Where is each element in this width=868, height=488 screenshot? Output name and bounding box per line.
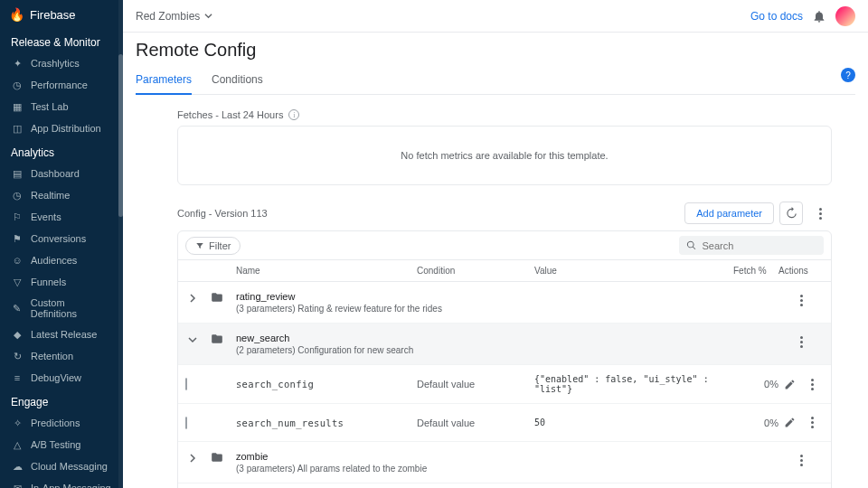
nav-icon: ◆: [11, 328, 24, 341]
group-row[interactable]: zombie(3 parameters) All params related …: [178, 442, 831, 483]
nav-icon: ✦: [11, 57, 24, 70]
col-fetch: Fetch %: [733, 266, 778, 276]
sidebar-item-label: Conversions: [31, 233, 86, 244]
param-value: {"enabled" : false, "ui_style" : "list"}: [534, 374, 733, 394]
sidebar-item-label: Events: [31, 211, 61, 222]
nav-icon: ◷: [11, 189, 24, 202]
group-overflow-button[interactable]: [797, 451, 824, 470]
edit-button[interactable]: [778, 417, 801, 428]
group-name: new_search: [236, 333, 797, 343]
sidebar-item-retention[interactable]: ↻Retention: [0, 345, 123, 367]
help-icon[interactable]: ?: [841, 68, 855, 82]
sidebar-item-realtime[interactable]: ◷Realtime: [0, 184, 123, 206]
param-fetch-pct: 0%: [733, 418, 778, 428]
avatar[interactable]: [835, 6, 855, 26]
sidebar-item-label: DebugView: [31, 372, 81, 383]
sidebar-item-label: App Distribution: [31, 123, 101, 134]
tab-parameters[interactable]: Parameters: [136, 68, 192, 95]
notifications-icon[interactable]: [812, 9, 826, 23]
sidebar-item-a-b-testing[interactable]: △A/B Testing: [0, 434, 123, 455]
nav-icon: ☁: [11, 460, 24, 473]
group-overflow-button[interactable]: [797, 291, 824, 310]
nav-icon: ≡: [11, 371, 24, 384]
group-overflow-button[interactable]: [797, 333, 824, 352]
project-selector[interactable]: Red Zombies: [136, 10, 212, 23]
project-name: Red Zombies: [136, 10, 200, 23]
sidebar-item-test-lab[interactable]: ▦Test Lab: [0, 96, 123, 117]
col-actions: Actions: [778, 266, 824, 276]
config-overflow-button[interactable]: [808, 202, 832, 225]
group-row[interactable]: new_login(3 parameters) All params relat…: [178, 483, 831, 488]
sidebar-item-custom-definitions[interactable]: ✎Custom Definitions: [0, 293, 123, 324]
tab-conditions[interactable]: Conditions: [212, 68, 263, 94]
section-release-monitor: Release & Monitor: [0, 29, 123, 52]
sidebar-item-label: Crashlytics: [31, 58, 80, 69]
history-button[interactable]: [779, 202, 803, 225]
row-checkbox[interactable]: [185, 378, 187, 390]
sidebar-item-debugview[interactable]: ≡DebugView: [0, 367, 123, 389]
sidebar-item-label: Custom Definitions: [31, 297, 112, 319]
sidebar-item-predictions[interactable]: ✧Predictions: [0, 412, 123, 434]
sidebar-item-audiences[interactable]: ☺Audiences: [0, 249, 123, 271]
group-desc: (3 parameters) All params related to the…: [236, 464, 444, 474]
expand-toggle[interactable]: [185, 451, 200, 465]
tabs: Parameters Conditions ?: [136, 68, 855, 95]
filter-button[interactable]: Filter: [185, 237, 241, 255]
row-checkbox[interactable]: [185, 417, 187, 429]
sidebar-item-cloud-messaging[interactable]: ☁Cloud Messaging: [0, 455, 123, 477]
sidebar-item-label: Realtime: [31, 190, 70, 201]
sidebar-item-dashboard[interactable]: ▤Dashboard: [0, 163, 123, 184]
sidebar-item-label: Cloud Messaging: [31, 461, 108, 472]
nav-icon: ⚑: [11, 232, 24, 245]
nav-icon: ◷: [11, 79, 24, 91]
sidebar-item-label: In-App Messaging: [31, 483, 111, 488]
search-box[interactable]: [679, 236, 824, 255]
sidebar-item-conversions[interactable]: ⚑Conversions: [0, 228, 123, 249]
col-value: Value: [534, 266, 733, 276]
folder-icon: [211, 451, 236, 464]
row-overflow-button[interactable]: [801, 375, 824, 394]
parameter-row: search_configDefault value{"enabled" : f…: [178, 365, 831, 404]
group-name: rating_review: [236, 291, 797, 302]
search-input[interactable]: [702, 240, 816, 251]
param-value: 50: [534, 418, 733, 427]
group-row[interactable]: rating_review(3 parameters) Rating & rev…: [178, 282, 831, 324]
sidebar-item-events[interactable]: ⚐Events: [0, 206, 123, 228]
chevron-right-icon: [188, 335, 197, 344]
nav-icon: ⚐: [11, 211, 24, 223]
sidebar-item-label: Latest Release: [31, 329, 97, 340]
topbar: Red Zombies Go to docs: [123, 0, 868, 33]
sidebar-scrollbar-thumb[interactable]: [118, 54, 123, 217]
expand-toggle[interactable]: [185, 333, 200, 347]
nav-icon: ▤: [11, 167, 24, 180]
firebase-brand[interactable]: 🔥 Firebase: [0, 0, 123, 29]
edit-button[interactable]: [778, 379, 801, 390]
group-row[interactable]: new_search(2 parameters) Configuration f…: [178, 324, 831, 365]
sidebar: 🔥 Firebase Release & Monitor ✦Crashlytic…: [0, 0, 123, 488]
kebab-icon: [807, 375, 817, 394]
sidebar-item-performance[interactable]: ◷Performance: [0, 74, 123, 96]
search-icon: [686, 239, 696, 251]
sidebar-item-app-distribution[interactable]: ◫App Distribution: [0, 117, 123, 139]
add-parameter-button[interactable]: Add parameter: [684, 202, 774, 224]
page-title: Remote Config: [136, 40, 855, 61]
sidebar-item-in-app-messaging[interactable]: ✉In-App Messaging: [0, 477, 123, 488]
col-condition: Condition: [417, 266, 534, 276]
sidebar-item-funnels[interactable]: ▽Funnels: [0, 271, 123, 293]
config-version-label: Config - Version 113: [177, 208, 268, 219]
expand-toggle[interactable]: [185, 291, 200, 305]
go-to-docs-link[interactable]: Go to docs: [750, 10, 803, 23]
parameter-row: search_num_resultsDefault value500%: [178, 404, 831, 442]
brand-label: Firebase: [30, 8, 76, 22]
nav-icon: ▦: [11, 100, 24, 113]
sidebar-item-latest-release[interactable]: ◆Latest Release: [0, 324, 123, 345]
nav-icon: ▽: [11, 276, 24, 288]
history-icon: [785, 207, 797, 220]
col-name: Name: [236, 266, 417, 276]
chevron-down-icon: [204, 12, 212, 20]
row-overflow-button[interactable]: [801, 413, 824, 432]
info-icon[interactable]: i: [288, 109, 299, 120]
param-name: search_num_results: [236, 418, 417, 428]
pencil-icon: [784, 379, 796, 390]
sidebar-item-crashlytics[interactable]: ✦Crashlytics: [0, 52, 123, 74]
